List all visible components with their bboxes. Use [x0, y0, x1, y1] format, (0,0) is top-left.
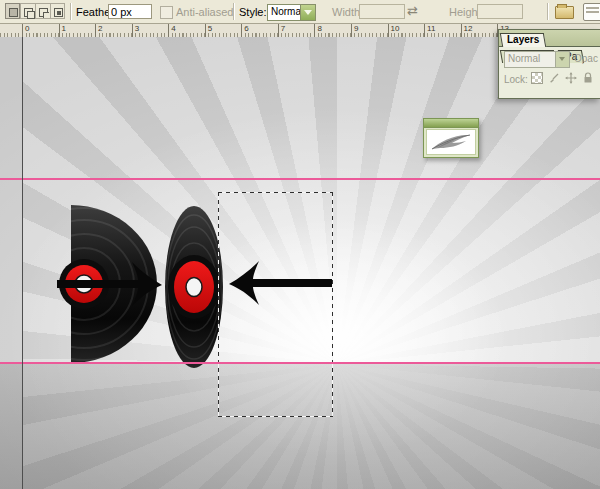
marquee-edge: [218, 416, 333, 417]
panel-tab-label: Layers: [507, 34, 539, 46]
new-selection-button[interactable]: [5, 3, 20, 19]
ruler-number: 6: [241, 24, 248, 37]
chevron-down-icon[interactable]: [300, 5, 315, 20]
style-label: Style:: [239, 6, 267, 18]
ruler-number: 4: [168, 24, 175, 37]
layers-panel: LayersChannelsPa Normal Opac Lock:: [498, 29, 600, 99]
style-dropdown[interactable]: Normal: [267, 4, 316, 21]
chevron-down-icon[interactable]: [555, 52, 569, 67]
ruler-number: 0: [22, 24, 29, 37]
feather-input[interactable]: [108, 4, 152, 19]
add-to-selection-button[interactable]: [20, 3, 35, 19]
marquee-edge: [332, 192, 333, 417]
intersect-with-selection-button[interactable]: [50, 3, 65, 19]
toolbar-separator: [233, 3, 235, 20]
vinyl-record-narrow: [165, 206, 223, 368]
ruler-number: 2: [95, 24, 102, 37]
lock-all-padlock-icon[interactable]: [582, 72, 594, 84]
ruler-number: 12: [461, 24, 473, 37]
feather-icon: [429, 132, 473, 152]
opacity-label: Opac: [574, 53, 598, 64]
width-input[interactable]: [359, 4, 405, 19]
ruler-number: 11: [424, 24, 435, 37]
palette-well-icon[interactable]: [581, 2, 600, 21]
record-center-hole: [186, 278, 202, 297]
ruler-number: 10: [388, 24, 400, 37]
toolbar-separator: [547, 3, 549, 20]
lock-row: Lock:: [499, 69, 600, 91]
blend-mode-value: Normal: [505, 52, 555, 67]
swap-dimensions-icon[interactable]: ⇄: [407, 3, 418, 18]
ruler-number: 9: [351, 24, 358, 37]
panel-tab-layers[interactable]: Layers: [500, 33, 547, 47]
photoshop-window: Feather: Anti-aliased Style: Normal Widt…: [0, 0, 600, 489]
vertical-guide[interactable]: [22, 37, 23, 489]
antialiased-checkbox[interactable]: [160, 6, 173, 19]
lock-label: Lock:: [504, 74, 528, 85]
ruler-number: 1: [59, 24, 66, 37]
marquee-edge: [218, 192, 219, 417]
mini-window-titlebar[interactable]: [424, 119, 478, 128]
subtract-from-selection-button[interactable]: [35, 3, 50, 19]
height-input[interactable]: [477, 4, 523, 19]
tool-options-bar: Feather: Anti-aliased Style: Normal Widt…: [0, 0, 600, 24]
lock-transparency-icon[interactable]: [531, 72, 543, 84]
selection-mode-buttons: [5, 3, 65, 19]
horizontal-guide-bottom[interactable]: [0, 362, 600, 364]
ruler-number: 3: [132, 24, 139, 37]
ruler-number: 7: [278, 24, 285, 37]
file-browser-icon[interactable]: [553, 2, 577, 21]
toolbar-separator: [70, 3, 72, 20]
antialiased-label: Anti-aliased: [176, 6, 233, 18]
panel-tab-strip: LayersChannelsPa: [499, 30, 600, 47]
ruler-number: 5: [205, 24, 212, 37]
mini-preview-window[interactable]: [423, 118, 479, 158]
style-dropdown-value: Normal: [268, 5, 300, 20]
marquee-edge: [218, 192, 333, 193]
blend-mode-row: Normal Opac: [499, 47, 600, 69]
selection-marquee[interactable]: [218, 192, 333, 417]
ruler-number: 8: [314, 24, 321, 37]
canvas-area[interactable]: [0, 37, 600, 489]
lock-position-move-icon[interactable]: [565, 72, 577, 84]
lock-paint-brush-icon[interactable]: [548, 72, 560, 84]
mini-window-content: [426, 129, 476, 155]
blend-mode-dropdown[interactable]: Normal: [504, 51, 570, 68]
horizontal-guide-top[interactable]: [0, 178, 600, 180]
